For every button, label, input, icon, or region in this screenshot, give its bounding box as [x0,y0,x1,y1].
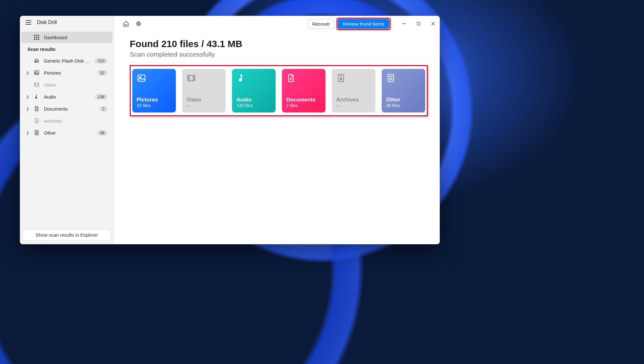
svg-rect-36 [188,75,195,81]
category-count: 38 files [386,103,421,108]
document-icon [34,106,39,112]
category-card-documents[interactable]: Documents2 files [282,69,325,112]
nav-dashboard[interactable]: Dashboard [21,32,112,43]
grid-icon [34,34,39,40]
nav-label: Dashboard [44,35,107,40]
svg-rect-6 [34,39,35,40]
archive-icon [34,118,39,124]
count-badge: 210 [95,58,107,64]
svg-rect-13 [34,83,39,87]
sidebar-footer: Show scan results in Explorer [20,226,114,244]
svg-rect-4 [36,37,37,38]
svg-rect-3 [34,37,35,38]
category-count: — [336,103,371,108]
category-row: Pictures32 filesVideo—Audio138 filesDocu… [132,69,425,112]
category-card-pictures[interactable]: Pictures32 files [132,69,176,112]
menu-icon[interactable] [26,20,31,25]
recover-button[interactable]: Recover [307,19,335,29]
chevron-right-icon: ❯ [26,71,29,75]
category-title: Archives [336,97,371,103]
sidebar-header: Disk Drill [20,16,114,29]
toolbar: Recover Review found items [114,16,440,32]
category-title: Audio [236,97,271,103]
category-title: Video [187,97,221,103]
picture-icon [137,73,147,84]
results-heading: Found 210 files / 43.1 MB [130,39,428,49]
other-icon [386,73,397,84]
category-card-audio[interactable]: Audio138 files [232,69,276,112]
window-controls [397,17,440,30]
other-icon [34,130,39,136]
document-icon [286,73,297,84]
category-count: — [187,103,221,108]
category-title: Other [386,97,421,103]
svg-rect-5 [38,37,39,38]
sidebar-item-pictures[interactable]: ❯Pictures32 [21,67,112,78]
audio-icon [34,94,39,100]
video-icon [34,82,39,88]
review-highlight: Review found items [338,19,389,29]
app-title: Disk Drill [37,20,57,25]
svg-rect-24 [36,121,37,122]
sidebar-item-archives[interactable]: Archives [21,115,112,126]
archive-icon [336,73,347,84]
sidebar-item-audio[interactable]: ❯Audio138 [21,91,112,102]
nav-section-scan-results: Scan results [21,44,112,54]
category-card-archives: Archives— [332,69,375,112]
close-button[interactable] [426,17,440,30]
main-panel: Recover Review found items [114,16,440,244]
sidebar-item-video[interactable]: Video [21,79,112,90]
category-card-other[interactable]: Other38 files [382,69,425,112]
sidebar-item-label: Documents [44,106,95,112]
content-area: Found 210 files / 43.1 MB Scan completed… [114,32,440,123]
sidebar-item-label: Generic Flash Disk USB… [44,58,90,64]
sidebar-item-label: Video [44,82,107,88]
svg-point-10 [35,62,36,62]
picture-icon [34,70,39,76]
svg-rect-1 [36,35,37,36]
sidebar-item-generic-flash-disk-usb-[interactable]: Generic Flash Disk USB…210 [21,55,112,66]
count-badge: 138 [95,94,107,100]
category-count: 32 files [137,103,171,108]
category-count: 2 files [286,103,321,108]
svg-rect-34 [138,75,145,81]
sidebar-item-documents[interactable]: ❯Documents2 [21,103,112,114]
check-circle-icon[interactable] [135,21,142,27]
minimize-button[interactable] [397,17,411,30]
svg-rect-11 [34,71,39,75]
chevron-right-icon: ❯ [26,131,29,135]
category-title: Documents [286,97,321,103]
category-title: Pictures [137,97,171,103]
count-badge: 2 [99,106,107,112]
svg-rect-47 [340,78,342,80]
sidebar-nav: Dashboard Scan results Generic Flash Dis… [20,29,114,226]
svg-rect-2 [38,35,39,36]
results-subheading: Scan completed successfully [130,51,428,58]
count-badge: 32 [97,70,107,76]
sidebar-item-other[interactable]: ❯Other38 [21,127,112,138]
svg-rect-7 [36,39,37,40]
sidebar-item-label: Pictures [44,70,93,76]
svg-point-29 [136,21,141,26]
app-window: Disk Drill Dashboard Scan results Generi… [20,16,440,244]
svg-rect-8 [38,39,39,40]
home-icon[interactable] [123,21,129,27]
chevron-right-icon: ❯ [26,95,29,99]
category-highlight: Pictures32 filesVideo—Audio138 filesDocu… [130,65,428,116]
show-in-explorer-button[interactable]: Show scan results in Explorer [22,229,111,240]
svg-rect-31 [417,22,420,25]
count-badge: 38 [97,130,107,136]
review-found-items-button[interactable]: Review found items [338,19,389,29]
audio-icon [236,73,247,84]
sidebar-item-label: Other [44,130,93,136]
chevron-right-icon: ❯ [26,107,29,111]
maximize-button[interactable] [411,17,426,30]
video-icon [187,73,197,84]
category-card-video: Video— [182,69,226,112]
sidebar: Disk Drill Dashboard Scan results Generi… [20,16,114,244]
svg-rect-0 [34,35,35,36]
sidebar-item-label: Archives [44,118,107,124]
category-count: 138 files [236,103,271,108]
sidebar-item-label: Audio [44,94,90,100]
drive-icon [34,58,39,64]
